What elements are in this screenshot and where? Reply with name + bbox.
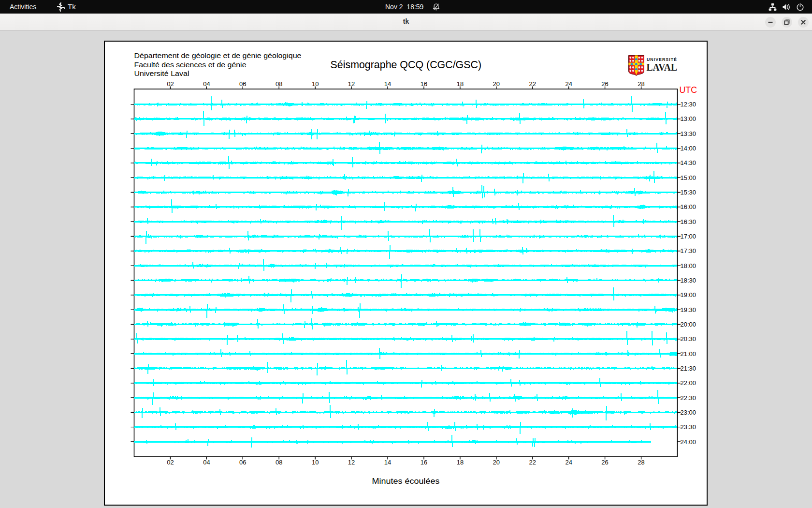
svg-text:21:00: 21:00 — [681, 350, 696, 358]
svg-text:15:30: 15:30 — [681, 189, 696, 196]
svg-text:Faculté des sciences et de gén: Faculté des sciences et de génie — [134, 60, 246, 69]
svg-text:26: 26 — [601, 80, 608, 88]
svg-text:02: 02 — [167, 80, 174, 88]
svg-text:16:30: 16:30 — [681, 218, 696, 225]
svg-text:LAVAL: LAVAL — [647, 61, 678, 73]
svg-text:17:00: 17:00 — [681, 233, 696, 240]
svg-text:20:00: 20:00 — [681, 321, 696, 328]
svg-text:22: 22 — [529, 80, 536, 88]
svg-text:14: 14 — [384, 80, 391, 88]
svg-text:08: 08 — [276, 80, 282, 88]
svg-text:22: 22 — [529, 459, 536, 466]
svg-text:20: 20 — [493, 459, 500, 466]
svg-text:26: 26 — [601, 459, 608, 466]
svg-text:06: 06 — [239, 80, 246, 88]
svg-text:18:00: 18:00 — [681, 262, 696, 269]
svg-text:18:30: 18:30 — [681, 277, 696, 284]
svg-text:18: 18 — [457, 459, 464, 466]
svg-text:20:30: 20:30 — [681, 335, 696, 343]
svg-text:21:30: 21:30 — [681, 365, 696, 372]
svg-text:20: 20 — [493, 80, 500, 88]
svg-text:14:00: 14:00 — [681, 145, 696, 152]
svg-text:28: 28 — [638, 459, 644, 466]
svg-text:24: 24 — [565, 459, 572, 466]
svg-text:19:00: 19:00 — [681, 291, 696, 299]
svg-text:24:00: 24:00 — [681, 438, 696, 446]
svg-text:02: 02 — [167, 459, 174, 466]
svg-text:17:30: 17:30 — [681, 247, 696, 254]
svg-text:28: 28 — [638, 80, 644, 88]
svg-text:19:30: 19:30 — [681, 306, 696, 314]
svg-text:08: 08 — [276, 459, 282, 466]
svg-text:23:00: 23:00 — [681, 409, 696, 416]
svg-text:22:00: 22:00 — [681, 379, 696, 387]
svg-text:Université Laval: Université Laval — [134, 69, 189, 77]
svg-text:06: 06 — [239, 459, 246, 466]
svg-text:14:30: 14:30 — [681, 159, 696, 166]
svg-text:10: 10 — [312, 80, 319, 88]
svg-text:04: 04 — [203, 459, 210, 466]
svg-text:23:30: 23:30 — [681, 423, 696, 431]
svg-text:14: 14 — [384, 459, 391, 466]
svg-text:Minutes écoulées: Minutes écoulées — [372, 477, 440, 486]
svg-text:24: 24 — [565, 80, 572, 88]
svg-text:10: 10 — [312, 459, 319, 466]
svg-text:16: 16 — [420, 459, 427, 466]
svg-text:18: 18 — [457, 80, 464, 88]
svg-text:16: 16 — [420, 80, 427, 88]
svg-text:22:30: 22:30 — [681, 394, 696, 402]
svg-text:12: 12 — [348, 459, 355, 466]
svg-text:12:30: 12:30 — [681, 101, 696, 108]
svg-text:04: 04 — [203, 80, 210, 88]
svg-text:15:00: 15:00 — [681, 174, 696, 181]
svg-text:Département de géologie et de: Département de géologie et de génie géol… — [134, 51, 302, 60]
svg-text:12: 12 — [348, 80, 355, 88]
svg-text:Séismographe QCQ (CGC/GSC): Séismographe QCQ (CGC/GSC) — [331, 59, 482, 71]
svg-text:13:00: 13:00 — [681, 115, 696, 122]
svg-text:UTC: UTC — [680, 85, 697, 95]
svg-text:16:00: 16:00 — [681, 203, 696, 210]
svg-text:13:30: 13:30 — [681, 130, 696, 137]
